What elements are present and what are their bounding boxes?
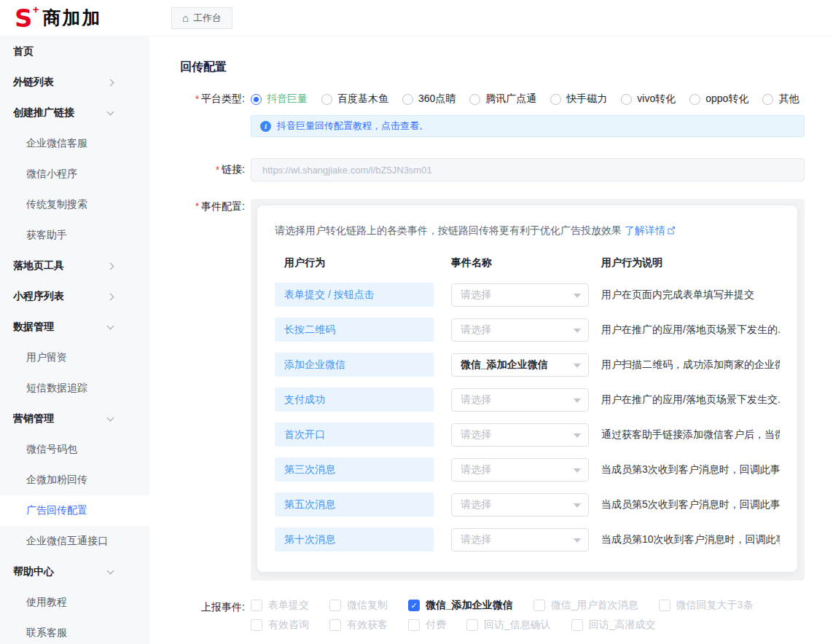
sidebar-item-11[interactable]: 短信数据追踪 [0,373,149,404]
event-select[interactable]: 请选择 [451,318,589,342]
event-select[interactable]: 请选择 [451,493,589,517]
sidebar-item-label: 首页 [13,45,113,58]
report-checkbox-1-4[interactable]: 回访_高潜成交 [571,619,656,632]
checkbox-icon [571,619,583,631]
caret-down-icon [574,364,581,368]
report-checkbox-0-4[interactable]: 微信回复大于3条 [659,599,754,612]
behavior-pill[interactable]: 首次开口 [275,423,434,447]
logo[interactable]: S + 商加加 [0,6,149,31]
behavior-pill[interactable]: 支付成功 [275,388,434,412]
behavior-pill[interactable]: 表单提交 / 按钮点击 [275,283,434,307]
radio-label: oppo转化 [705,93,748,106]
logo-text: 商加加 [43,6,102,30]
report-checkbox-0-3[interactable]: 微信_用户首次消息 [533,599,638,612]
radio-icon [469,94,480,105]
platform-radio-4[interactable]: 快手磁力 [550,93,607,106]
report-checkbox-1-0[interactable]: 有效咨询 [251,619,309,632]
learn-more-link[interactable]: 了解详情 [625,224,665,236]
sidebar-item-3[interactable]: 企业微信客服 [0,128,149,159]
checkbox-icon [659,600,670,611]
report-checkbox-1-1[interactable]: 有效获客 [329,619,388,632]
behavior-description: 用户在页面内完成表单填写并提交 [601,288,780,302]
home-icon: ⌂ [182,12,189,23]
checkbox-icon [533,600,545,611]
report-events-row: 上报事件: 表单提交微信复制✓微信_添加企业微信微信_用户首次消息微信回复大于3… [180,599,805,638]
checkbox-label: 微信_添加企业微信 [426,599,513,612]
platform-radio-6[interactable]: oppo转化 [689,93,748,106]
sidebar-item-label: 联系客服 [26,627,113,640]
report-checkbox-1-3[interactable]: 回访_信息确认 [466,619,551,632]
event-select[interactable]: 请选择 [451,528,589,551]
sidebar-item-label: 数据管理 [13,321,108,334]
sidebar-item-15[interactable]: 广告回传配置 [0,495,149,526]
sidebar-item-8[interactable]: 小程序列表 [0,281,149,312]
sidebar-item-16[interactable]: 企业微信互通接口 [0,526,149,557]
required-asterisk: * [195,93,199,105]
event-select[interactable]: 微信_添加企业微信 [451,353,589,377]
platform-radio-2[interactable]: 360点睛 [402,93,455,106]
tab-workbench[interactable]: ⌂ 工作台 [171,7,232,29]
sidebar-item-14[interactable]: 企微加粉回传 [0,465,149,495]
sidebar-item-9[interactable]: 数据管理 [0,312,149,342]
event-row-4: 首次开口请选择通过获客助手链接添加微信客户后，当微... [275,423,780,447]
report-checkbox-0-1[interactable]: 微信复制 [329,599,388,612]
checkbox-icon: ✓ [408,600,420,611]
event-select[interactable]: 请选择 [451,458,589,482]
behavior-pill[interactable]: 第十次消息 [275,527,434,551]
sidebar-item-12[interactable]: 营销管理 [0,404,149,434]
radio-icon [251,94,262,105]
select-value: 请选择 [461,498,491,511]
sidebar-item-label: 传统复制搜索 [26,198,113,211]
sidebar-item-label: 广告回传配置 [26,504,113,517]
sidebar-item-18[interactable]: 使用教程 [0,587,149,618]
radio-label: 其他 [778,93,799,106]
platform-radio-0[interactable]: 抖音巨量 [251,93,308,106]
behavior-pill[interactable]: 第五次消息 [275,492,434,517]
chevron-right-icon [107,293,114,300]
checkbox-icon [251,619,262,631]
sidebar-item-4[interactable]: 微信小程序 [0,159,149,189]
info-banner[interactable]: i 抖音巨量回传配置教程，点击查看。 [251,115,805,137]
event-select[interactable]: 请选择 [451,423,589,447]
link-input[interactable] [251,158,805,181]
behavior-pill[interactable]: 第三次消息 [275,458,434,482]
logo-icon: S + [15,6,33,31]
event-select[interactable]: 请选择 [451,283,589,307]
platform-radio-5[interactable]: vivo转化 [621,93,676,106]
sidebar: 首页外链列表创建推广链接企业微信客服微信小程序传统复制搜索获客助手落地页工具小程… [0,36,149,644]
platform-radio-3[interactable]: 腾讯广点通 [469,93,536,106]
sidebar-item-13[interactable]: 微信号码包 [0,434,149,465]
banner-text[interactable]: 抖音巨量回传配置教程，点击查看。 [277,119,429,133]
event-row-0: 表单提交 / 按钮点击请选择用户在页面内完成表单填写并提交 [275,283,780,307]
sidebar-item-2[interactable]: 创建推广链接 [0,98,149,128]
event-config-card: 请选择用户转化链路上的各类事件，按链路回传将更有利于优化广告投放效果 了解详情 … [257,205,797,572]
sidebar-item-label: 使用教程 [26,596,113,609]
event-select[interactable]: 请选择 [451,388,589,412]
sidebar-item-17[interactable]: 帮助中心 [0,557,149,587]
checkbox-icon [466,619,478,631]
report-events-line-0: 表单提交微信复制✓微信_添加企业微信微信_用户首次消息微信回复大于3条 [251,599,805,612]
report-events-group: 表单提交微信复制✓微信_添加企业微信微信_用户首次消息微信回复大于3条有效咨询有… [251,599,805,638]
sidebar-item-10[interactable]: 用户留资 [0,342,149,373]
sidebar-item-19[interactable]: 联系客服 [0,618,149,644]
report-checkbox-0-2[interactable]: ✓微信_添加企业微信 [408,599,513,612]
sidebar-item-0[interactable]: 首页 [0,36,149,67]
radio-label: 百度基木鱼 [337,93,388,106]
report-checkbox-0-0[interactable]: 表单提交 [251,599,309,612]
sidebar-item-label: 企业微信互通接口 [26,535,113,548]
checkbox-icon [408,619,420,631]
platform-radio-7[interactable]: 其他 [762,93,799,106]
event-row-7: 第十次消息请选择当成员第10次收到客户消息时，回调此事... [275,527,780,551]
sidebar-item-6[interactable]: 获客助手 [0,220,149,251]
sidebar-item-7[interactable]: 落地页工具 [0,251,149,281]
checkbox-label: 微信_用户首次消息 [551,599,638,612]
behavior-pill[interactable]: 添加企业微信 [275,353,434,377]
behavior-pill[interactable]: 长按二维码 [275,318,434,342]
event-config-label: * 事件配置: [180,199,251,581]
report-checkbox-1-2[interactable]: 付费 [408,619,446,632]
platform-radio-1[interactable]: 百度基木鱼 [321,93,388,106]
checkbox-label: 付费 [426,619,446,632]
sidebar-item-5[interactable]: 传统复制搜索 [0,189,149,220]
sidebar-item-1[interactable]: 外链列表 [0,67,149,98]
sidebar-item-label: 企微加粉回传 [26,474,113,487]
